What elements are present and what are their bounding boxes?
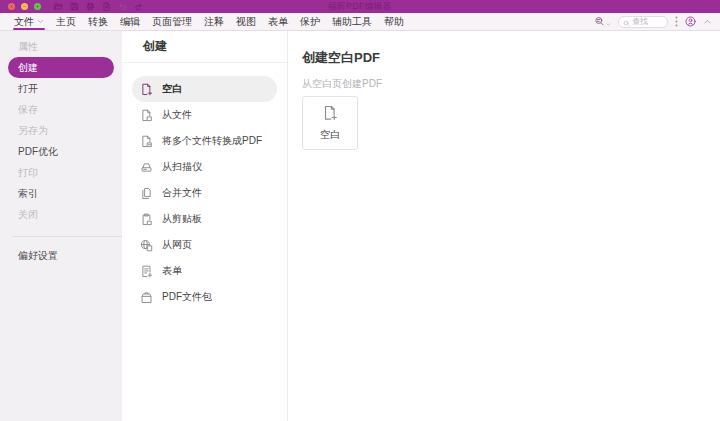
menu-item-label: 主页 [56,15,76,29]
create-option[interactable]: 从扫描仪 [132,154,277,180]
menu-item[interactable]: 表单 [262,13,294,30]
sidebar-footer: 偏好设置 [0,245,122,266]
menu-item-label: 辅助工具 [332,15,372,29]
sidebar-item[interactable]: 属性 [8,36,114,57]
redo-icon[interactable] [134,2,143,11]
minimize-window-button[interactable] [21,3,28,10]
clipboard-icon [140,213,153,226]
blank-pdf-card-label: 空白 [320,128,340,142]
app-window: 福昕PDF编辑器 文件主页转换编辑页面管理注释视图表单保护辅助工具帮助 [0,0,720,421]
menu-item-label: 保护 [300,15,320,29]
menu-item-label: 注释 [204,15,224,29]
menu-item[interactable]: 编辑 [114,13,146,30]
menu-item[interactable]: 帮助 [378,13,410,30]
menu-items: 文件主页转换编辑页面管理注释视图表单保护辅助工具帮助 [8,13,410,30]
quick-access-toolbar [54,2,143,11]
doc-from-file-icon [140,109,153,122]
sidebar-item[interactable]: PDF优化 [8,141,114,162]
create-option[interactable]: 从剪贴板 [132,206,277,232]
menu-item[interactable]: 文件 [8,13,50,30]
content-subtitle: 从空白页创建PDF [302,77,720,91]
find-search-box[interactable] [618,16,668,28]
close-window-button[interactable] [8,3,15,10]
menubar: 文件主页转换编辑页面管理注释视图表单保护辅助工具帮助 [0,13,720,31]
save-icon[interactable] [70,2,79,11]
menu-item[interactable]: 保护 [294,13,326,30]
sidebar-item[interactable]: 索引 [8,183,114,204]
window-controls [8,3,41,10]
sidebar-item[interactable]: 打印 [8,162,114,183]
sidebar-item-label: 另存为 [18,124,48,138]
file-sidebar: 属性创建打开保存另存为PDF优化打印索引关闭 偏好设置 [0,31,122,421]
menu-item-label: 编辑 [120,15,140,29]
collapse-ribbon-button[interactable] [703,17,712,26]
scanner-icon [140,161,153,174]
create-option[interactable]: 表单 [132,258,277,284]
create-option[interactable]: PDF文件包 [132,284,277,310]
web-page-icon [140,239,153,252]
create-options-list: 空白从文件将多个文件转换成PDF从扫描仪合并文件从剪贴板从网页表单PDF文件包 [122,63,287,310]
find-input[interactable] [632,17,663,26]
create-option-label: 将多个文件转换成PDF [162,134,262,148]
chevron-up-icon [703,17,712,26]
create-option-label: 合并文件 [162,186,202,200]
print-icon[interactable] [86,2,95,11]
create-option[interactable]: 从文件 [132,102,277,128]
sidebar-item-label: 偏好设置 [18,249,58,263]
create-option-label: 表单 [162,264,182,278]
menu-item[interactable]: 页面管理 [146,13,198,30]
create-panel: 创建 空白从文件将多个文件转换成PDF从扫描仪合并文件从剪贴板从网页表单PDF文… [122,31,288,421]
menu-item[interactable]: 转换 [82,13,114,30]
advanced-search-button[interactable] [594,13,611,31]
blank-doc-plus-icon [140,83,153,96]
menu-item[interactable]: 视图 [230,13,262,30]
chevron-down-icon [37,16,44,27]
sidebar-item[interactable]: 保存 [8,99,114,120]
sidebar-item[interactable]: 偏好设置 [8,245,114,266]
menu-item-label: 视图 [236,15,256,29]
create-option-label: 从文件 [162,108,192,122]
form-icon [140,265,153,278]
search-icon [623,13,630,31]
create-option[interactable]: 从网页 [132,232,277,258]
sidebar-item[interactable]: 关闭 [8,204,114,225]
menu-item[interactable]: 注释 [198,13,230,30]
create-option[interactable]: 合并文件 [132,180,277,206]
create-option-label: 空白 [162,82,182,96]
sidebar-item-label: PDF优化 [18,145,58,159]
window-body: 属性创建打开保存另存为PDF优化打印索引关闭 偏好设置 创建 空白从文件将多个文… [0,31,720,421]
sidebar-item-label: 创建 [18,61,38,75]
create-option[interactable]: 将多个文件转换成PDF [132,128,277,154]
sidebar-item[interactable]: 创建 [8,57,114,78]
content-title: 创建空白PDF [302,49,720,67]
create-option-label: 从网页 [162,238,192,252]
blank-pdf-card[interactable]: 空白 [302,96,358,150]
content-panel: 创建空白PDF 从空白页创建PDF 空白 [288,31,720,421]
sidebar-item[interactable]: 打开 [8,78,114,99]
menu-item-label: 文件 [14,15,34,29]
menu-item-label: 帮助 [384,15,404,29]
menu-item[interactable]: 辅助工具 [326,13,378,30]
sidebar-item-label: 索引 [18,187,38,201]
sidebar-item-label: 属性 [18,40,38,54]
account-button[interactable] [685,16,696,27]
menu-item[interactable]: 主页 [50,13,82,30]
more-options-button[interactable] [675,16,678,27]
zoom-window-button[interactable] [34,3,41,10]
create-option-label: 从剪贴板 [162,212,202,226]
new-document-icon[interactable] [102,2,111,11]
create-option-label: PDF文件包 [162,290,212,304]
titlebar: 福昕PDF编辑器 [0,0,720,13]
open-folder-icon[interactable] [54,2,63,11]
advanced-search-icon [594,13,605,31]
sidebar-divider [12,236,122,237]
menu-item-label: 表单 [268,15,288,29]
pdf-portfolio-icon [140,291,153,304]
menubar-right [594,13,712,30]
blank-doc-plus-icon [322,105,338,121]
create-option[interactable]: 空白 [132,76,277,102]
sidebar-item-label: 关闭 [18,208,38,222]
sidebar-item[interactable]: 另存为 [8,120,114,141]
create-panel-title: 创建 [122,31,287,63]
undo-icon[interactable] [118,2,127,11]
